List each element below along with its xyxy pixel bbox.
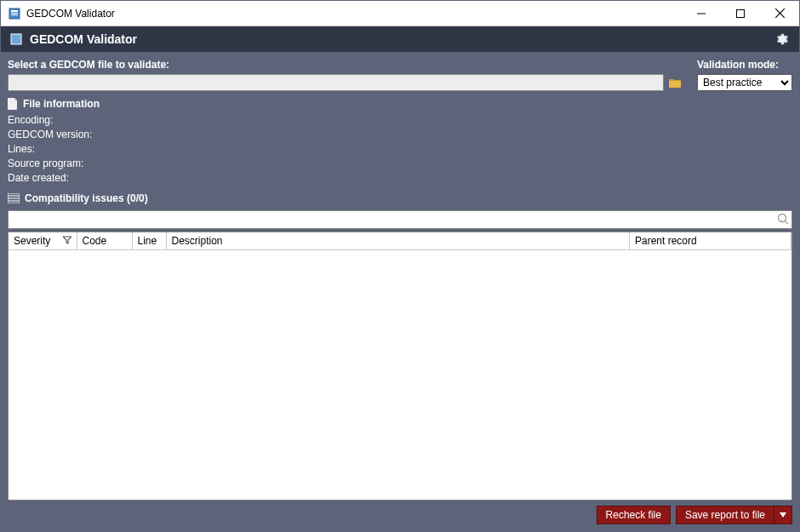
filter-icon[interactable] <box>63 235 71 247</box>
issues-table: Severity Code Line Description Parent re… <box>9 232 791 250</box>
search-icon <box>777 213 789 227</box>
col-description[interactable]: Description <box>166 232 630 250</box>
compat-header: Compatibility issues (0/0) <box>8 192 792 204</box>
date-created-label: Date created: <box>8 171 792 186</box>
gear-icon <box>775 32 789 46</box>
save-report-button[interactable]: Save report to file <box>676 506 774 524</box>
svg-rect-8 <box>11 34 21 44</box>
file-select-label: Select a GEDCOM file to validate: <box>8 59 683 71</box>
window-title: GEDCOM Validator <box>26 8 682 20</box>
recheck-button[interactable]: Recheck file <box>597 506 671 524</box>
svg-line-14 <box>786 221 789 225</box>
validation-mode-block: Validation mode: Best practice <box>697 59 792 91</box>
main-content: Select a GEDCOM file to validate: Valida… <box>1 52 799 531</box>
svg-rect-2 <box>11 13 18 14</box>
list-icon <box>8 193 20 203</box>
search-input[interactable] <box>8 210 792 229</box>
file-info-lines: Encoding: GEDCOM version: Lines: Source … <box>8 113 792 186</box>
lines-label: Lines: <box>8 142 792 157</box>
validation-mode-select[interactable]: Best practice <box>697 74 792 91</box>
col-code[interactable]: Code <box>77 232 132 250</box>
file-info-header-text: File information <box>23 98 100 110</box>
settings-button[interactable] <box>774 31 791 48</box>
file-path-input[interactable] <box>8 74 664 91</box>
close-button[interactable] <box>760 1 799 26</box>
save-report-dropdown[interactable] <box>774 506 792 524</box>
app-title: GEDCOM Validator <box>30 32 774 46</box>
file-icon <box>8 98 18 110</box>
file-select-block: Select a GEDCOM file to validate: <box>8 59 683 91</box>
source-program-label: Source program: <box>8 157 792 171</box>
chevron-down-icon <box>780 512 786 518</box>
validation-mode-label: Validation mode: <box>697 59 792 71</box>
encoding-label: Encoding: <box>8 113 792 128</box>
window-controls <box>682 1 799 26</box>
app-header: GEDCOM Validator <box>1 26 799 52</box>
save-report-split-button: Save report to file <box>676 506 792 524</box>
table-header-row: Severity Code Line Description Parent re… <box>9 232 791 250</box>
maximize-button[interactable] <box>721 1 760 26</box>
col-parent[interactable]: Parent record <box>630 232 791 250</box>
file-info-section: File information Encoding: GEDCOM versio… <box>8 98 792 186</box>
svg-rect-3 <box>11 14 18 15</box>
compat-header-text: Compatibility issues (0/0) <box>25 192 148 204</box>
compatibility-section: Compatibility issues (0/0) Severity <box>8 192 792 524</box>
top-row: Select a GEDCOM file to validate: Valida… <box>8 59 792 91</box>
file-info-header: File information <box>8 98 792 110</box>
svg-point-13 <box>779 215 786 222</box>
folder-icon <box>668 77 682 89</box>
issues-table-wrap: Severity Code Line Description Parent re… <box>8 232 792 501</box>
col-line[interactable]: Line <box>132 232 166 250</box>
gedcom-version-label: GEDCOM version: <box>8 128 792 142</box>
minimize-button[interactable] <box>682 1 721 26</box>
window-titlebar: GEDCOM Validator <box>1 1 799 26</box>
app-header-icon <box>9 32 23 46</box>
browse-button[interactable] <box>666 74 683 91</box>
search-row <box>8 210 792 229</box>
app-icon <box>8 7 21 20</box>
svg-rect-5 <box>737 9 745 17</box>
col-severity[interactable]: Severity <box>9 232 77 250</box>
svg-rect-1 <box>11 10 18 12</box>
footer-buttons: Recheck file Save report to file <box>8 506 792 524</box>
